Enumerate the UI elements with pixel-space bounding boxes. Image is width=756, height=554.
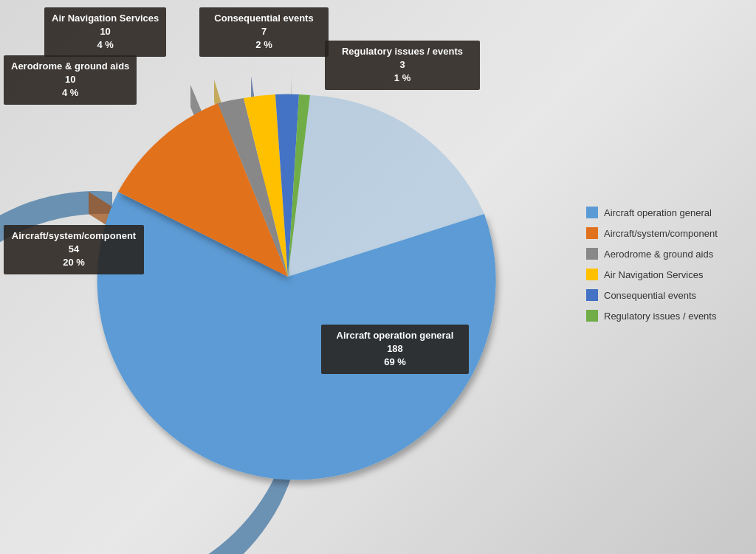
legend-color-aircraft-sys	[586, 227, 598, 239]
legend-item-regulatory: Regulatory issues / events	[586, 310, 741, 322]
legend-label-aerodrome: Aerodrome & ground aids	[604, 249, 713, 260]
legend-label-regulatory: Regulatory issues / events	[604, 311, 716, 322]
legend-color-consequential	[586, 289, 598, 301]
legend-color-regulatory	[586, 310, 598, 322]
legend-item-aircraft-op: Aircraft operation general	[586, 207, 741, 218]
legend-item-aircraft-sys: Aircraft/system/component	[586, 227, 741, 239]
legend-label-consequential: Consequential events	[604, 290, 696, 301]
legend-color-aerodrome	[586, 248, 598, 260]
legend-item-air-nav: Air Navigation Services	[586, 269, 741, 280]
legend-label-air-nav: Air Navigation Services	[604, 269, 703, 280]
chart-container: Air Navigation Services 10 4 % Consequen…	[0, 0, 576, 554]
pie-chart-svg	[0, 0, 576, 554]
legend-color-air-nav	[586, 269, 598, 280]
legend-label-aircraft-sys: Aircraft/system/component	[604, 228, 718, 239]
legend: Aircraft operation general Aircraft/syst…	[586, 207, 741, 330]
legend-item-consequential: Consequential events	[586, 289, 741, 301]
legend-label-aircraft-op: Aircraft operation general	[604, 207, 712, 218]
legend-item-aerodrome: Aerodrome & ground aids	[586, 248, 741, 260]
legend-color-aircraft-op	[586, 207, 598, 218]
